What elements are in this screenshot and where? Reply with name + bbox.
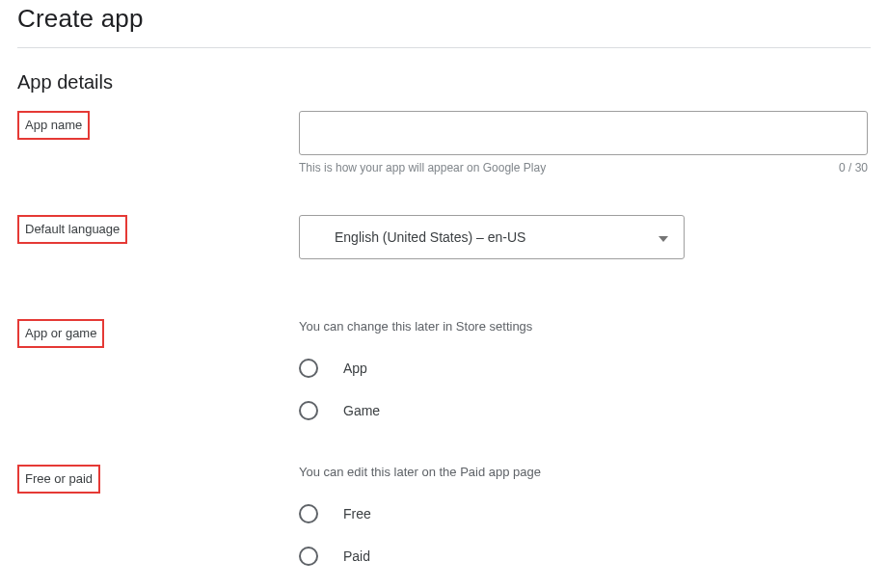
field-row-app-name: App name This is how your app will appea… bbox=[17, 111, 871, 174]
app-name-counter: 0 / 30 bbox=[839, 161, 868, 174]
default-language-value: English (United States) – en-US bbox=[335, 229, 525, 245]
app-or-game-label: App or game bbox=[17, 319, 104, 348]
radio-label-paid: Paid bbox=[343, 548, 370, 564]
radio-option-paid[interactable]: Paid bbox=[299, 547, 868, 566]
app-name-input[interactable] bbox=[299, 111, 868, 155]
field-row-app-or-game: App or game You can change this later in… bbox=[17, 319, 871, 420]
radio-icon bbox=[299, 504, 318, 523]
radio-option-app[interactable]: App bbox=[299, 359, 868, 378]
default-language-select[interactable]: English (United States) – en-US bbox=[299, 215, 685, 259]
field-row-free-or-paid: Free or paid You can edit this later on … bbox=[17, 465, 871, 566]
radio-icon bbox=[299, 547, 318, 566]
default-language-label: Default language bbox=[17, 215, 127, 244]
radio-option-free[interactable]: Free bbox=[299, 504, 868, 523]
page-title: Create app bbox=[17, 4, 871, 34]
app-or-game-hint: You can change this later in Store setti… bbox=[299, 319, 868, 334]
field-row-default-language: Default language English (United States)… bbox=[17, 215, 871, 259]
app-name-label: App name bbox=[17, 111, 90, 140]
free-or-paid-label: Free or paid bbox=[17, 465, 100, 494]
radio-icon bbox=[299, 401, 318, 420]
radio-label-game: Game bbox=[343, 403, 380, 418]
divider bbox=[17, 47, 871, 48]
free-or-paid-hint: You can edit this later on the Paid app … bbox=[299, 465, 868, 479]
section-title: App details bbox=[17, 71, 871, 94]
radio-label-app: App bbox=[343, 361, 367, 376]
radio-icon bbox=[299, 359, 318, 378]
radio-label-free: Free bbox=[343, 506, 371, 521]
chevron-down-icon bbox=[659, 229, 668, 245]
app-name-helper: This is how your app will appear on Goog… bbox=[299, 161, 546, 174]
radio-option-game[interactable]: Game bbox=[299, 401, 868, 420]
